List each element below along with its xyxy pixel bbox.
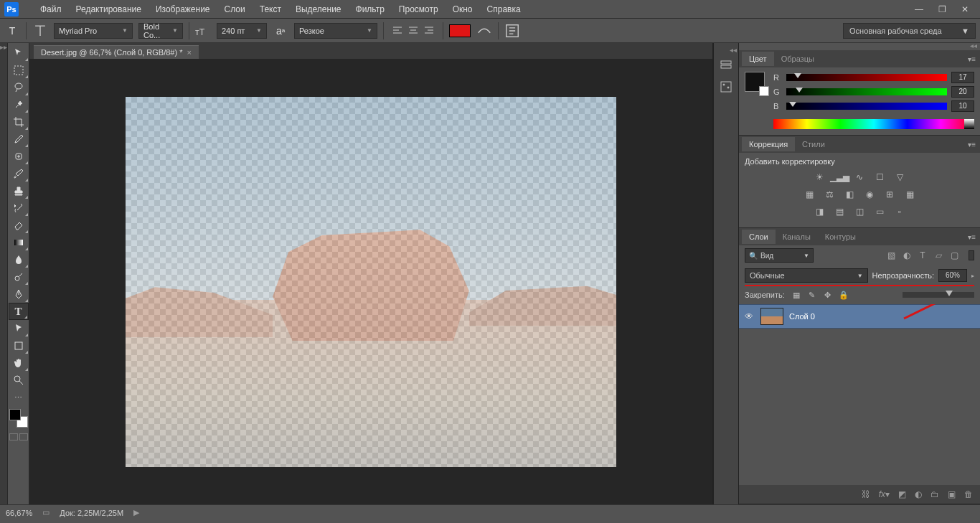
- quickmask-screenmode[interactable]: [8, 433, 29, 440]
- marquee-tool[interactable]: [9, 62, 29, 79]
- adj-brightness-icon[interactable]: ☀: [813, 171, 826, 183]
- adj-vibrance-icon[interactable]: ▽: [893, 171, 906, 183]
- move-tool[interactable]: [9, 44, 29, 62]
- current-tool-icon[interactable]: T: [4, 23, 20, 39]
- filter-pixel-icon[interactable]: ▧: [885, 250, 897, 261]
- font-family-dropdown[interactable]: Myriad Pro▼: [54, 23, 133, 39]
- new-adjustment-icon[interactable]: ◐: [915, 489, 922, 499]
- menu-layers[interactable]: Слои: [217, 4, 253, 14]
- adj-selective-icon[interactable]: ▫: [893, 206, 906, 217]
- blur-tool[interactable]: [9, 251, 29, 268]
- adj-threshold-icon[interactable]: ◫: [853, 206, 866, 217]
- adj-gradient-map-icon[interactable]: ▭: [873, 206, 886, 217]
- layers-panel-menu[interactable]: ▾≡: [963, 233, 980, 241]
- layer-thumbnail[interactable]: [760, 308, 783, 325]
- gradient-tool[interactable]: [9, 234, 29, 251]
- healing-tool[interactable]: [9, 148, 29, 165]
- g-slider[interactable]: [786, 88, 947, 95]
- filter-type-icon[interactable]: T: [917, 250, 928, 261]
- stamp-tool[interactable]: [9, 182, 29, 199]
- menu-view[interactable]: Просмотр: [392, 4, 446, 14]
- adj-mixer-icon[interactable]: ⊞: [883, 189, 896, 200]
- lasso-tool[interactable]: [9, 79, 29, 96]
- properties-panel-icon[interactable]: [716, 77, 736, 96]
- menu-image[interactable]: Изображение: [149, 4, 217, 14]
- layer-filter-dropdown[interactable]: 🔍 Вид ▼: [745, 248, 814, 263]
- adj-curves-icon[interactable]: ∿: [853, 171, 866, 183]
- adj-posterize-icon[interactable]: ▤: [833, 206, 846, 217]
- opacity-value[interactable]: 60%: [938, 269, 967, 282]
- pen-tool[interactable]: [9, 286, 29, 303]
- status-flyout-icon[interactable]: ▶: [133, 508, 139, 517]
- b-value[interactable]: 10: [951, 100, 974, 112]
- color-picker[interactable]: [9, 409, 28, 428]
- adj-bw-icon[interactable]: ◧: [843, 189, 856, 200]
- lock-transparent-icon[interactable]: ▦: [791, 290, 802, 300]
- color-panel-menu[interactable]: ▾≡: [963, 55, 980, 63]
- close-tab-icon[interactable]: ×: [187, 48, 191, 57]
- document-tab[interactable]: Desert.jpg @ 66,7% (Слой 0, RGB/8#) * ×: [34, 45, 199, 59]
- tab-channels[interactable]: Каналы: [776, 230, 818, 244]
- adj-photo-filter-icon[interactable]: ◉: [863, 189, 876, 200]
- layer-name[interactable]: Слой 0: [789, 312, 815, 321]
- antialias-dropdown[interactable]: Резкое▼: [294, 23, 377, 39]
- adj-levels-icon[interactable]: ▁▃▅: [833, 171, 846, 183]
- tab-color[interactable]: Цвет: [742, 52, 774, 66]
- g-value[interactable]: 20: [951, 86, 974, 98]
- dodge-tool[interactable]: [9, 268, 29, 286]
- edit-toolbar[interactable]: ⋯: [9, 389, 29, 406]
- layer-fx-icon[interactable]: fx▾: [879, 489, 890, 499]
- tab-layers[interactable]: Слои: [742, 230, 776, 244]
- filter-toggle[interactable]: [969, 250, 974, 260]
- hue-strip[interactable]: [773, 119, 974, 129]
- align-left-button[interactable]: [390, 23, 405, 39]
- zoom-tool[interactable]: [9, 372, 29, 389]
- adjustments-panel-menu[interactable]: ▾≡: [963, 141, 980, 149]
- r-value[interactable]: 17: [951, 72, 974, 83]
- opacity-slider[interactable]: [903, 292, 974, 298]
- visibility-toggle-icon[interactable]: 👁: [743, 311, 755, 321]
- lock-position-icon[interactable]: ✥: [822, 290, 834, 300]
- workspace-dropdown[interactable]: Основная рабочая среда▼: [843, 23, 976, 39]
- adj-lookup-icon[interactable]: ▦: [903, 189, 916, 200]
- adj-invert-icon[interactable]: ◨: [813, 206, 826, 217]
- lock-pixels-icon[interactable]: ✎: [806, 290, 818, 300]
- menu-help[interactable]: Справка: [480, 4, 528, 14]
- font-weight-dropdown[interactable]: Bold Co...▼: [138, 23, 183, 39]
- align-right-button[interactable]: [421, 23, 437, 39]
- tab-swatches[interactable]: Образцы: [774, 52, 821, 66]
- window-close-button[interactable]: ✕: [958, 4, 971, 14]
- menu-select[interactable]: Выделение: [288, 4, 349, 14]
- menu-edit[interactable]: Редактирование: [69, 4, 149, 14]
- adj-balance-icon[interactable]: ⚖: [823, 189, 836, 200]
- align-center-button[interactable]: [405, 23, 421, 39]
- eyedropper-tool[interactable]: [9, 131, 29, 148]
- character-panel-icon[interactable]: [504, 23, 520, 39]
- filter-smart-icon[interactable]: ▢: [948, 250, 960, 261]
- window-minimize-button[interactable]: —: [913, 4, 925, 14]
- menu-filter[interactable]: Фильтр: [349, 4, 392, 14]
- wand-tool[interactable]: [9, 96, 29, 113]
- lock-all-icon[interactable]: 🔒: [838, 290, 849, 300]
- menu-file[interactable]: Файл: [33, 4, 69, 14]
- toolbox-collapse-strip[interactable]: ▸▸: [0, 43, 8, 504]
- eraser-tool[interactable]: [9, 217, 29, 234]
- hand-tool[interactable]: [9, 354, 29, 372]
- status-preview-icon[interactable]: ▭: [42, 508, 50, 517]
- menu-text[interactable]: Текст: [253, 4, 288, 14]
- history-brush-tool[interactable]: [9, 199, 29, 217]
- r-slider[interactable]: [786, 74, 947, 81]
- tab-styles[interactable]: Стили: [795, 137, 832, 151]
- crop-tool[interactable]: [9, 113, 29, 131]
- fg-bg-swatch[interactable]: [745, 72, 765, 92]
- opacity-flyout-icon[interactable]: ▸: [971, 273, 974, 279]
- brush-tool[interactable]: [9, 165, 29, 182]
- filter-adjust-icon[interactable]: ◐: [901, 250, 913, 261]
- layer-item[interactable]: 👁 Слой 0: [739, 304, 980, 329]
- b-slider[interactable]: [786, 103, 947, 110]
- path-select-tool[interactable]: [9, 320, 29, 337]
- warp-text-icon[interactable]: [476, 23, 492, 39]
- tab-paths[interactable]: Контуры: [818, 230, 863, 244]
- zoom-level[interactable]: 66,67%: [6, 509, 32, 517]
- tab-adjustments[interactable]: Коррекция: [742, 137, 795, 151]
